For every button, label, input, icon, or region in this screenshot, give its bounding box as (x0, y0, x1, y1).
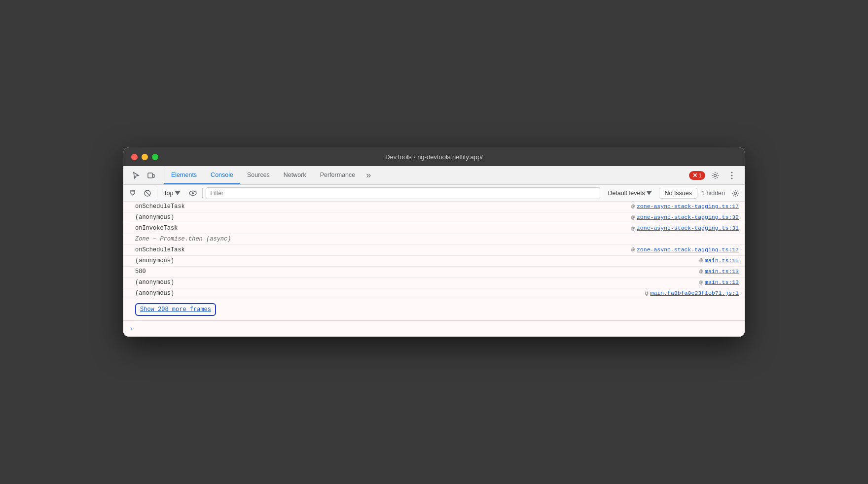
minimize-button[interactable] (142, 154, 148, 160)
clear-console-icon[interactable] (126, 187, 139, 200)
no-issues-button[interactable]: No Issues (659, 188, 697, 199)
svg-point-2 (714, 174, 717, 176)
row-link[interactable]: main.ts:13 (705, 279, 739, 285)
row-link[interactable]: main.ts:15 (705, 257, 739, 264)
devtools-body: Elements Console Sources Network Perform… (123, 166, 745, 337)
row-text: (anonymous) (135, 279, 699, 286)
tab-elements[interactable]: Elements (164, 166, 204, 184)
prompt-icon: › (129, 325, 133, 333)
svg-rect-0 (148, 173, 152, 178)
row-link[interactable]: main.ts:13 (705, 268, 739, 275)
row-link[interactable]: zone-async-stack-tagging.ts:17 (637, 246, 739, 253)
row-at-symbol: @ (699, 268, 703, 275)
block-icon[interactable] (141, 187, 154, 200)
tab-network[interactable]: Network (277, 166, 313, 184)
table-row: (anonymous) @ main.fa8bfa0e23f1eb71.js:1 (123, 288, 745, 299)
row-at-symbol: @ (645, 290, 649, 296)
tab-performance[interactable]: Performance (313, 166, 362, 184)
row-text: onScheduleTask (135, 203, 631, 210)
row-text: onScheduleTask (135, 246, 631, 253)
show-frames-row: Show 208 more frames (123, 299, 745, 320)
row-link[interactable]: main.fa8bfa0e23f1eb71.js:1 (651, 290, 739, 296)
device-toolbar-icon[interactable] (144, 169, 158, 182)
tab-console[interactable]: Console (204, 166, 240, 184)
svg-point-12 (734, 192, 737, 194)
settings-icon[interactable] (708, 169, 722, 182)
row-link[interactable]: zone-async-stack-tagging.ts:32 (637, 214, 739, 220)
titlebar: DevTools - ng-devtools.netlify.app/ (123, 147, 745, 166)
inspect-element-icon[interactable] (129, 169, 143, 182)
settings-gear-icon[interactable] (729, 187, 742, 200)
tab-right-actions: ✕ 1 (689, 166, 743, 184)
maximize-button[interactable] (152, 154, 158, 160)
console-content: onScheduleTask @ zone-async-stack-taggin… (123, 202, 745, 337)
traffic-lights (131, 154, 158, 160)
row-at-symbol: @ (699, 257, 703, 264)
row-text: (anonymous) (135, 290, 645, 297)
row-text: (anonymous) (135, 257, 699, 264)
levels-dropdown[interactable]: Default levels (602, 188, 657, 199)
table-row: (anonymous) @ zone-async-stack-tagging.t… (123, 212, 745, 223)
context-selector[interactable]: top (160, 188, 184, 198)
svg-point-3 (731, 172, 733, 173)
table-row: (anonymous) @ main.ts:13 (123, 277, 745, 288)
table-row: onScheduleTask @ zone-async-stack-taggin… (123, 202, 745, 212)
row-link[interactable]: zone-async-stack-tagging.ts:17 (637, 203, 739, 209)
table-row: onScheduleTask @ zone-async-stack-taggin… (123, 245, 745, 256)
more-options-icon[interactable] (725, 169, 739, 182)
row-at-symbol: @ (699, 279, 703, 285)
row-link[interactable]: zone-async-stack-tagging.ts:31 (637, 225, 739, 231)
row-text-italic: Zone – Promise.then (async) (135, 236, 739, 242)
tab-overflow-button[interactable]: » (362, 166, 375, 184)
table-row: Zone – Promise.then (async) (123, 234, 745, 245)
console-input-row: › (123, 320, 745, 337)
table-row: 580 @ main.ts:13 (123, 267, 745, 277)
tab-bar: Elements Console Sources Network Perform… (123, 166, 745, 185)
console-input[interactable] (137, 325, 739, 332)
close-button[interactable] (131, 154, 138, 160)
table-row: (anonymous) @ main.ts:15 (123, 256, 745, 267)
window-title: DevTools - ng-devtools.netlify.app/ (385, 153, 483, 161)
filter-input[interactable] (206, 187, 600, 199)
svg-line-9 (145, 191, 150, 195)
row-text: (anonymous) (135, 214, 631, 221)
row-at-symbol: @ (631, 246, 635, 253)
eye-icon[interactable] (186, 187, 199, 200)
hidden-count-label: 1 hidden (699, 190, 727, 197)
tab-icon-group (125, 166, 162, 184)
toolbar-separator-1 (157, 188, 157, 198)
svg-marker-6 (131, 190, 135, 195)
devtools-window: DevTools - ng-devtools.netlify.app/ (123, 147, 745, 337)
row-at-symbol: @ (631, 214, 635, 220)
svg-point-4 (731, 174, 733, 176)
console-toolbar: top Default levels No Issues 1 hidden (123, 185, 745, 202)
toolbar-separator-2 (202, 188, 203, 198)
svg-point-5 (731, 177, 733, 179)
svg-point-11 (192, 192, 194, 194)
table-row: onInvokeTask @ zone-async-stack-tagging.… (123, 223, 745, 234)
error-count-badge[interactable]: ✕ 1 (689, 171, 705, 180)
tab-sources[interactable]: Sources (240, 166, 277, 184)
svg-rect-1 (153, 174, 154, 177)
row-text: 580 (135, 268, 699, 275)
row-at-symbol: @ (631, 203, 635, 209)
error-x-icon: ✕ (692, 172, 697, 179)
row-text: onInvokeTask (135, 225, 631, 232)
show-more-frames-link[interactable]: Show 208 more frames (135, 303, 216, 316)
row-at-symbol: @ (631, 225, 635, 231)
